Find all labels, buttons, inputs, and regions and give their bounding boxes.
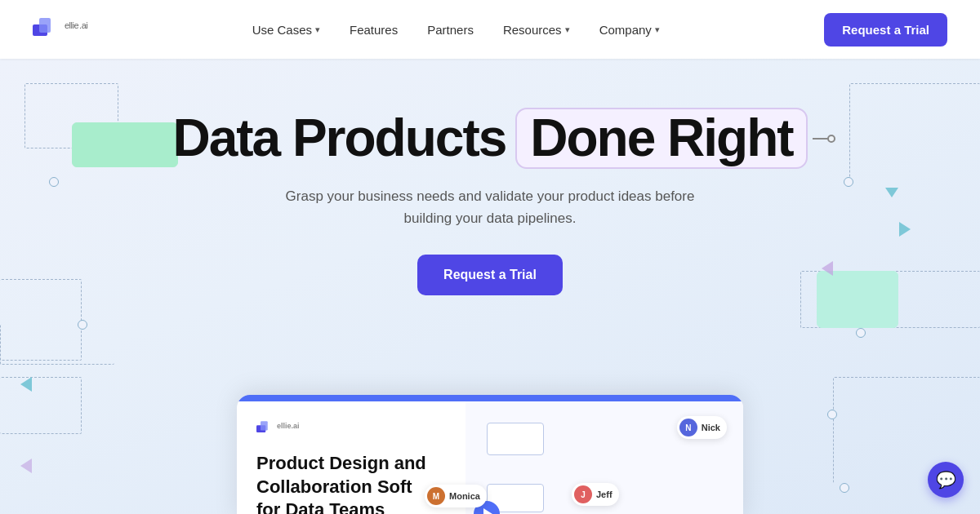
user-name-nick: Nick xyxy=(702,423,720,432)
diagram-tr-line xyxy=(849,83,980,181)
nav-link-company[interactable]: Company ▾ xyxy=(599,23,660,37)
nav-item-partners[interactable]: Partners xyxy=(427,23,474,37)
hero-title-part1: Data Products xyxy=(172,111,506,166)
logo[interactable]: ellie.ai xyxy=(33,18,87,41)
triangle-icon-left xyxy=(20,377,32,392)
card-logo-text: ellie.ai xyxy=(277,422,300,436)
svg-rect-3 xyxy=(261,421,268,430)
card-topbar xyxy=(237,395,743,401)
diagram-bl-rect xyxy=(0,377,82,434)
diagram-rm-rect2 xyxy=(817,271,898,328)
diagram-tl-circle2 xyxy=(49,177,59,187)
nav-item-resources[interactable]: Resources ▾ xyxy=(503,23,570,37)
diagram-tl-rect2 xyxy=(72,122,178,167)
chat-icon: 💬 xyxy=(936,470,956,490)
product-card-preview: ellie.ai Product Design and Collaboratio… xyxy=(237,395,743,514)
diagram-tr-circle xyxy=(844,177,853,187)
card-logo: ellie.ai xyxy=(256,421,446,436)
hero-section: Data Products Done Right Grasp your busi… xyxy=(0,59,980,514)
user-name-jeff: Jeff xyxy=(596,490,612,499)
chat-button[interactable]: 💬 xyxy=(928,462,964,498)
user-badge-nick: N Nick xyxy=(677,416,727,439)
hero-title-part2: Done Right xyxy=(530,109,792,167)
card-logo-icon xyxy=(256,421,273,436)
diagram-lm-line xyxy=(0,324,114,365)
nav-item-company[interactable]: Company ▾ xyxy=(599,23,660,37)
nav-item-use-cases[interactable]: Use Cases ▾ xyxy=(252,23,320,37)
nav-link-partners[interactable]: Partners xyxy=(427,23,474,37)
diagram-rl-circle1 xyxy=(827,410,837,419)
nav-link-features[interactable]: Features xyxy=(350,23,398,37)
user-badge-jeff: J Jeff xyxy=(572,483,619,506)
nav-link-resources[interactable]: Resources ▾ xyxy=(503,23,570,37)
triangle-icon-rt xyxy=(899,222,911,237)
triangle-icon-left2 xyxy=(20,459,32,473)
connector-dot xyxy=(827,135,835,143)
avatar-monica: M xyxy=(427,487,445,505)
hero-title-highlight: Done Right xyxy=(515,108,807,169)
diagram-rl-circle2 xyxy=(840,483,849,493)
triangle-icon-rm xyxy=(822,261,833,276)
hero-cta-button[interactable]: Request a Trial xyxy=(417,255,563,295)
card-diagram-box1 xyxy=(487,423,544,455)
nav-cta-button[interactable]: Request a Trial xyxy=(824,13,947,47)
user-name-monica: Monica xyxy=(449,491,480,501)
user-badge-monica: M Monica xyxy=(425,485,487,507)
chevron-down-icon: ▾ xyxy=(315,24,320,35)
nav-link-use-cases[interactable]: Use Cases ▾ xyxy=(252,23,320,37)
navbar: ellie.ai Use Cases ▾ Features Partners R… xyxy=(0,0,980,59)
chevron-down-icon: ▾ xyxy=(565,24,570,35)
diagram-rm-circle xyxy=(856,328,866,338)
card-product-title: Product Design and Collaboration Soft fo… xyxy=(256,452,446,514)
avatar-jeff: J xyxy=(574,485,592,503)
avatar-nick: N xyxy=(679,419,697,436)
chevron-down-icon: ▾ xyxy=(655,24,660,35)
triangle-icon-tr xyxy=(885,188,898,197)
logo-text: ellie.ai xyxy=(64,19,87,40)
nav-item-features[interactable]: Features xyxy=(350,23,398,37)
card-right-panel: N Nick J Jeff xyxy=(466,401,743,514)
hero-subtitle: Grasp your business needs and validate y… xyxy=(278,185,702,229)
nav-links: Use Cases ▾ Features Partners Resources … xyxy=(252,23,660,37)
hero-title: Data Products Done Right xyxy=(172,108,807,169)
svg-rect-1 xyxy=(39,18,51,33)
logo-icon xyxy=(33,18,59,41)
